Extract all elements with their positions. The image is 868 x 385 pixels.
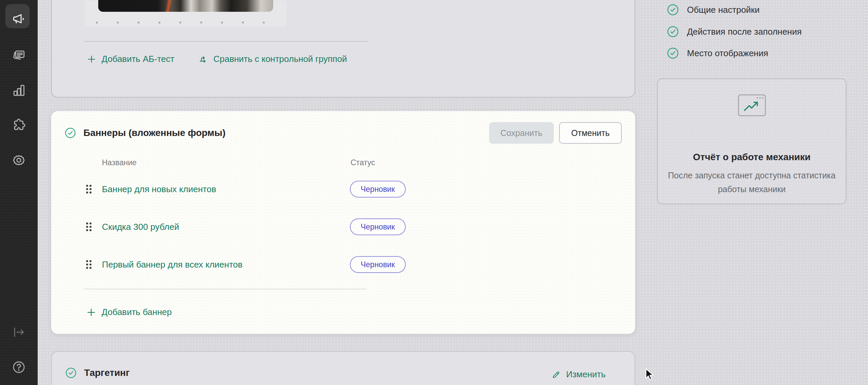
divider xyxy=(84,289,367,289)
drag-handle-icon[interactable] xyxy=(86,185,92,194)
banner-link[interactable]: Первый баннер для всех клиентов xyxy=(102,260,243,270)
table-row: Баннер для новых клиентов Черновик xyxy=(51,180,635,199)
check-circle-icon xyxy=(65,127,76,139)
carousel-dot[interactable] xyxy=(179,22,181,24)
sidebar-item-forms[interactable] xyxy=(0,42,38,69)
report-card-title: Отчёт о работе механики xyxy=(658,152,846,162)
drag-handle-icon[interactable] xyxy=(86,260,92,269)
compare-control-group-label: Сравнить с контрольной группой xyxy=(213,54,347,64)
logout-arrow-icon xyxy=(11,324,27,340)
add-banner-button[interactable]: Добавить баннер xyxy=(86,307,172,317)
pencil-icon xyxy=(551,370,561,379)
add-ab-test-button[interactable]: Добавить АБ-тест xyxy=(87,54,174,64)
carousel-dot[interactable] xyxy=(158,22,160,24)
carousel-dot[interactable] xyxy=(96,22,98,24)
table-row: Первый баннер для всех клиентов Черновик xyxy=(51,256,635,274)
check-circle-icon xyxy=(667,4,679,16)
carousel-dot[interactable] xyxy=(242,22,244,24)
split-arrows-icon xyxy=(198,55,208,64)
banner-link[interactable]: Скидка 300 рублей xyxy=(102,222,179,232)
report-chart-window-icon xyxy=(738,94,766,116)
sidebar-item-help[interactable] xyxy=(0,354,38,381)
save-button[interactable]: Сохранить xyxy=(489,122,554,144)
bar-chart-icon xyxy=(11,83,27,98)
carousel-dot[interactable] xyxy=(137,22,140,24)
gear-icon xyxy=(11,153,27,168)
divider xyxy=(85,41,367,42)
column-name: Название xyxy=(102,158,136,167)
banners-card: Баннеры (вложенные формы) Сохранить Отме… xyxy=(51,111,635,334)
status-badge: Черновик xyxy=(350,218,406,235)
checklist-label: Место отображения xyxy=(687,48,768,59)
sidebar-item-analytics[interactable] xyxy=(0,77,38,103)
carousel-dot[interactable] xyxy=(221,22,223,24)
checklist-item-placement[interactable]: Место отображения xyxy=(667,47,768,59)
plus-icon xyxy=(86,307,96,317)
add-banner-label: Добавить баннер xyxy=(102,307,172,317)
status-badge: Черновик xyxy=(350,181,406,198)
column-status: Статус xyxy=(350,158,375,167)
check-circle-icon xyxy=(65,367,77,379)
banner-link[interactable]: Баннер для новых клиентов xyxy=(102,184,216,195)
status-badge: Черновик xyxy=(350,256,406,273)
checklist-item-actions[interactable]: Действия после заполнения xyxy=(667,26,802,38)
report-card: Отчёт о работе механики После запуска ст… xyxy=(657,79,846,204)
cancel-button[interactable]: Отменить xyxy=(559,122,622,144)
sidebar-item-integrations[interactable] xyxy=(0,112,38,139)
banner-image-preview[interactable] xyxy=(98,0,273,12)
sidebar-item-settings[interactable] xyxy=(0,147,38,174)
checklist-label: Действия после заполнения xyxy=(687,27,802,37)
carousel-dot[interactable] xyxy=(117,22,119,24)
carousel-dot[interactable] xyxy=(263,22,265,24)
table-row: Скидка 300 рублей Черновик xyxy=(51,218,635,237)
forms-icon xyxy=(11,48,27,63)
report-card-subtitle: После запуска станет доступна статистика… xyxy=(658,169,846,196)
targeting-card-title: Таргетинг xyxy=(84,367,129,378)
checklist-item-general[interactable]: Общие настройки xyxy=(667,4,760,16)
carousel-dot[interactable] xyxy=(200,22,202,24)
plus-icon xyxy=(87,55,96,64)
add-ab-test-label: Добавить АБ-тест xyxy=(102,54,174,64)
sidebar xyxy=(0,0,38,385)
ab-test-card: Добавить АБ-тест Сравнить с контрольной … xyxy=(51,0,635,97)
targeting-card: Таргетинг Изменить xyxy=(51,351,635,385)
compare-control-group-button[interactable]: Сравнить с контрольной группой xyxy=(198,54,347,64)
checklist-label: Общие настройки xyxy=(687,5,760,15)
carousel-dots xyxy=(96,22,278,24)
sidebar-item-collapse[interactable] xyxy=(0,319,38,346)
megaphone-icon xyxy=(11,11,27,27)
help-icon xyxy=(11,359,27,375)
mouse-cursor xyxy=(645,368,656,382)
check-circle-icon xyxy=(667,26,679,38)
banners-card-title: Баннеры (вложенные формы) xyxy=(84,127,225,138)
drag-handle-icon[interactable] xyxy=(86,223,92,231)
edit-targeting-label: Изменить xyxy=(566,369,606,380)
edit-targeting-button[interactable]: Изменить xyxy=(551,369,606,380)
sidebar-item-campaigns[interactable] xyxy=(0,5,38,32)
puzzle-icon xyxy=(11,117,27,133)
check-circle-icon xyxy=(667,47,679,59)
app-frame: Добавить АБ-тест Сравнить с контрольной … xyxy=(0,0,868,385)
